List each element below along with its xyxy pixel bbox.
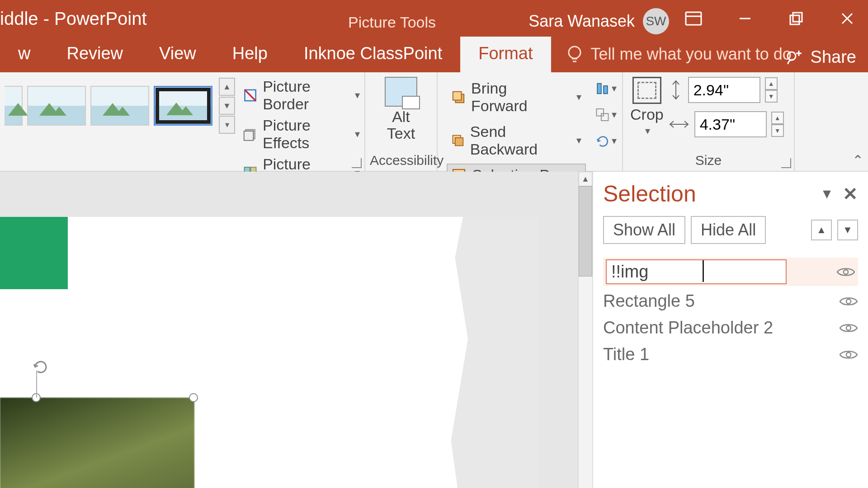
picture-effects-button[interactable]: Picture Effects▾ bbox=[243, 117, 360, 152]
svg-rect-10 bbox=[244, 131, 254, 141]
picture-style-thumb[interactable] bbox=[90, 86, 149, 126]
picture-style-thumb[interactable] bbox=[27, 86, 86, 126]
pane-close-button[interactable]: ✕ bbox=[843, 183, 858, 204]
gallery-more[interactable]: ▾ bbox=[219, 116, 235, 134]
scroll-track[interactable] bbox=[579, 186, 592, 488]
svg-point-7 bbox=[788, 52, 796, 60]
width-input-row: ▲▼ bbox=[668, 111, 784, 137]
send-backward-button[interactable]: Send Backward ▾ bbox=[447, 120, 586, 161]
rotate-icon bbox=[595, 132, 610, 150]
rotate-button[interactable]: ▾ bbox=[594, 129, 618, 153]
group-button[interactable]: ▾ bbox=[594, 103, 618, 127]
group-label-size: Size bbox=[627, 151, 789, 171]
width-input[interactable] bbox=[694, 111, 767, 137]
pane-title: Selection bbox=[603, 181, 811, 207]
group-accessibility: Alt Text Accessibility bbox=[365, 72, 438, 171]
window-title: iddle - PowerPoint bbox=[0, 9, 147, 29]
share-icon bbox=[784, 48, 803, 67]
dropdown-icon[interactable]: ▾ bbox=[576, 91, 581, 103]
picture-style-thumb-selected[interactable] bbox=[154, 86, 212, 126]
group-icon bbox=[595, 106, 610, 123]
move-down-button[interactable]: ▼ bbox=[837, 220, 858, 240]
height-input-row: ▲▼ bbox=[668, 77, 784, 103]
tab-inknoe-classpoint[interactable]: Inknoe ClassPoint bbox=[286, 37, 460, 72]
alt-text-icon bbox=[385, 77, 417, 107]
collapse-ribbon-button[interactable]: ⌃ bbox=[852, 152, 863, 168]
rotation-handle[interactable] bbox=[32, 357, 50, 375]
tab-view[interactable]: View bbox=[141, 37, 214, 72]
dropdown-icon: ▾ bbox=[355, 89, 360, 101]
height-spinner[interactable]: ▲▼ bbox=[765, 77, 778, 103]
scroll-up-button[interactable]: ▲ bbox=[579, 172, 592, 186]
tab-review[interactable]: Review bbox=[48, 37, 141, 72]
picture-border-button[interactable]: Picture Border▾ bbox=[243, 78, 360, 113]
group-picture-styles: ▲ ▼ ▾ Picture Border▾ Picture Effects▾ P… bbox=[0, 72, 365, 171]
gallery-scroll-up[interactable]: ▲ bbox=[219, 78, 235, 96]
selection-pane: Selection ▼ ✕ Show All Hide All ▲ ▼ Rect… bbox=[592, 172, 868, 488]
selection-item[interactable]: Rectangle 5 bbox=[603, 290, 858, 313]
dropdown-icon[interactable]: ▾ bbox=[576, 135, 581, 146]
tab-partial[interactable]: w bbox=[0, 37, 48, 72]
workspace: ▲ Selection ▼ ✕ Show All Hide All ▲ ▼ bbox=[0, 172, 868, 488]
hide-all-button[interactable]: Hide All bbox=[691, 216, 766, 244]
selection-item-name: Rectangle 5 bbox=[603, 291, 839, 311]
user-name: Sara Wanasek bbox=[528, 12, 635, 31]
selection-item[interactable]: Title 1 bbox=[603, 343, 858, 366]
visibility-toggle[interactable] bbox=[839, 321, 858, 335]
text-cursor-icon bbox=[703, 260, 704, 282]
svg-point-24 bbox=[846, 299, 851, 304]
ribbon-display-options-button[interactable] bbox=[673, 0, 714, 37]
height-input[interactable] bbox=[688, 77, 760, 103]
svg-rect-20 bbox=[604, 86, 608, 94]
selection-handle[interactable] bbox=[189, 393, 198, 402]
selected-picture[interactable] bbox=[0, 398, 194, 488]
close-button[interactable] bbox=[826, 0, 868, 37]
svg-rect-3 bbox=[790, 15, 799, 24]
dropdown-icon: ▾ bbox=[612, 83, 617, 94]
ribbon: ▲ ▼ ▾ Picture Border▾ Picture Effects▾ P… bbox=[0, 72, 868, 172]
width-spinner[interactable]: ▲▼ bbox=[771, 112, 784, 137]
minimize-button[interactable] bbox=[724, 0, 766, 37]
visibility-toggle[interactable] bbox=[839, 295, 858, 308]
maximize-button[interactable] bbox=[775, 0, 817, 37]
bring-forward-label: Bring Forward bbox=[471, 80, 562, 115]
tab-help[interactable]: Help bbox=[214, 37, 286, 72]
tab-format[interactable]: Format bbox=[460, 37, 551, 72]
svg-rect-22 bbox=[601, 113, 609, 121]
width-icon bbox=[668, 117, 690, 132]
alt-text-button[interactable]: Alt Text bbox=[376, 75, 426, 144]
tell-me-search[interactable]: Tell me what you want to do bbox=[551, 44, 805, 72]
send-backward-label: Send Backward bbox=[470, 123, 565, 158]
avatar: SW bbox=[643, 8, 669, 34]
visibility-toggle[interactable] bbox=[839, 348, 858, 361]
selection-item-name: Title 1 bbox=[603, 345, 839, 364]
user-info[interactable]: Sara Wanasek SW bbox=[528, 8, 669, 34]
height-icon bbox=[668, 79, 684, 101]
group-label-accessibility: Accessibility bbox=[370, 151, 432, 171]
selection-item-editing[interactable] bbox=[603, 258, 858, 286]
vertical-scrollbar[interactable]: ▲ bbox=[578, 172, 592, 488]
selection-item[interactable]: Content Placeholder 2 bbox=[603, 316, 858, 339]
scroll-thumb[interactable] bbox=[579, 186, 592, 277]
visibility-toggle[interactable] bbox=[836, 265, 855, 279]
rotation-stem bbox=[36, 371, 37, 398]
svg-rect-15 bbox=[453, 92, 462, 100]
dropdown-icon[interactable]: ▾ bbox=[645, 125, 650, 137]
picture-effects-icon bbox=[243, 126, 257, 142]
crop-button[interactable]: Crop ▾ bbox=[630, 77, 664, 137]
picture-style-thumb[interactable] bbox=[5, 86, 23, 126]
shape-rectangle[interactable] bbox=[0, 217, 68, 289]
dialog-launcher-size[interactable] bbox=[781, 158, 791, 168]
align-button[interactable]: ▾ bbox=[594, 77, 618, 100]
gallery-scroll-down[interactable]: ▼ bbox=[219, 97, 235, 115]
bring-forward-button[interactable]: Bring Forward ▾ bbox=[447, 77, 586, 117]
share-button[interactable]: Share bbox=[784, 47, 856, 67]
selection-rename-input[interactable] bbox=[606, 259, 787, 284]
dialog-launcher-picture-styles[interactable] bbox=[352, 158, 362, 168]
slide-canvas[interactable] bbox=[0, 172, 578, 488]
show-all-button[interactable]: Show All bbox=[603, 216, 685, 244]
picture-styles-gallery[interactable]: ▲ ▼ ▾ bbox=[5, 75, 238, 134]
move-up-button[interactable]: ▲ bbox=[811, 220, 832, 240]
pane-options-dropdown[interactable]: ▼ bbox=[820, 186, 834, 202]
bring-forward-icon bbox=[451, 89, 466, 105]
